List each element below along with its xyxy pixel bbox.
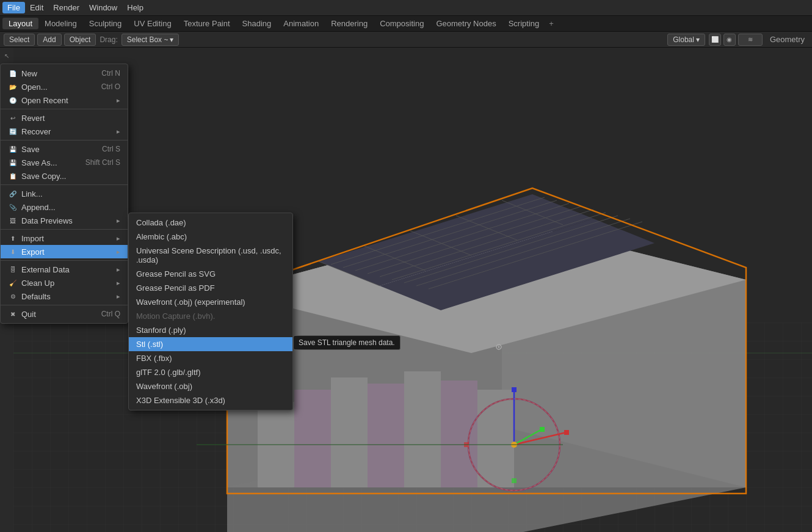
menu-quit[interactable]: ✖ Quit Ctrl Q — [1, 307, 128, 321]
help-menu-item[interactable]: Help — [122, 2, 148, 13]
open-icon: 📂 — [8, 82, 18, 92]
select-box-button[interactable]: Select Box ~ ▾ — [121, 34, 179, 46]
submenu-arrow5: ▸ — [117, 248, 120, 256]
menu-export[interactable]: ⬇ Export ▸ — [1, 245, 128, 258]
object-button[interactable]: Object — [64, 34, 96, 46]
menu-save-as[interactable]: 💾 Save As... Shift Ctrl S — [1, 156, 128, 169]
export-grease-pencil-pdf[interactable]: Grease Pencil as PDF — [129, 281, 292, 295]
tab-rendering[interactable]: Rendering — [325, 18, 374, 29]
tab-texture-paint[interactable]: Texture Paint — [178, 18, 236, 29]
import-icon: ⬆ — [8, 233, 18, 243]
separator5 — [1, 260, 128, 261]
export-wavefront-exp[interactable]: Wavefront (.obj) (experimental) — [129, 295, 292, 309]
export-collada[interactable]: Collada (.dae) — [129, 216, 292, 230]
export-stl[interactable]: Stl (.stl) — [129, 337, 292, 351]
svg-point-45 — [498, 346, 500, 348]
menu-new[interactable]: 📄 New Ctrl N — [1, 67, 128, 80]
svg-rect-36 — [540, 427, 545, 432]
separator3 — [1, 184, 128, 185]
add-button[interactable]: Add — [37, 34, 61, 46]
sidebar-icon-cursor[interactable]: ↖ — [1, 50, 12, 61]
menu-revert[interactable]: ↩ Revert — [1, 111, 128, 125]
submenu-arrow7: ▸ — [117, 279, 120, 287]
recover-icon: 🔄 — [8, 126, 18, 136]
chevron-down-icon: ▾ — [170, 35, 173, 44]
toolbar-right-group: Global ▾ ⬜ ◉ ≋ Geometry — [667, 34, 808, 46]
svg-rect-26 — [368, 384, 404, 487]
quit-icon: ✖ — [8, 309, 18, 319]
edit-menu-item[interactable]: Edit — [25, 2, 48, 13]
svg-rect-41 — [512, 478, 517, 483]
export-gltf[interactable]: glTF 2.0 (.glb/.gltf) — [129, 365, 292, 379]
export-wavefront[interactable]: Wavefront (.obj) — [129, 379, 292, 393]
menu-clean-up[interactable]: 🧹 Clean Up ▸ — [1, 276, 128, 290]
tab-layout[interactable]: Layout — [2, 18, 38, 29]
menu-open-recent[interactable]: 🕐 Open Recent ▸ — [1, 93, 128, 107]
file-menu-dropdown: 📄 New Ctrl N 📂 Open... Ctrl O 🕐 Open Rec… — [0, 64, 128, 324]
viewport-controls: ⬜ ◉ ≋ — [709, 34, 763, 46]
tab-uv-editing[interactable]: UV Editing — [128, 18, 177, 29]
submenu-arrow: ▸ — [117, 97, 120, 104]
file-menu-item[interactable]: File — [2, 2, 25, 13]
global-button[interactable]: Global ▾ — [667, 34, 705, 46]
menu-data-previews[interactable]: 🖼 Data Previews ▸ — [1, 214, 128, 227]
menu-save-copy[interactable]: 📋 Save Copy... — [1, 169, 128, 183]
add-workspace-button[interactable]: + — [545, 18, 557, 29]
svg-rect-24 — [294, 390, 331, 487]
menu-import[interactable]: ⬆ Import ▸ — [1, 231, 128, 245]
tab-scripting[interactable]: Scripting — [502, 18, 546, 29]
render-menu-item[interactable]: Render — [48, 2, 84, 13]
viewport-overlay-btn[interactable]: ≋ — [738, 34, 763, 46]
tab-shading[interactable]: Shading — [236, 18, 278, 29]
export-motion-capture: Motion Capture (.bvh). — [129, 309, 292, 323]
viewport-area: ↖ ✛ ↻ ⤢ ⊞ ✏ 📐 ⬛ 📷 — [0, 48, 812, 532]
geometry-nodes-tab-label[interactable]: Geometry — [766, 34, 808, 45]
export-grease-pencil-svg[interactable]: Grease Pencil as SVG — [129, 267, 292, 281]
top-menubar: File Edit Render Window Help — [0, 0, 812, 16]
select-button[interactable]: Select — [4, 34, 35, 46]
export-icon: ⬇ — [8, 247, 18, 257]
menu-open[interactable]: 📂 Open... Ctrl O — [1, 80, 128, 93]
tab-sculpting[interactable]: Sculpting — [83, 18, 128, 29]
viewport-toolbar: Select Add Object Drag: Select Box ~ ▾ G… — [0, 32, 812, 48]
chevron-down-icon2: ▾ — [696, 35, 700, 44]
recent-icon: 🕐 — [8, 95, 18, 105]
menu-defaults[interactable]: ⚙ Defaults ▸ — [1, 290, 128, 303]
submenu-arrow3: ▸ — [117, 217, 120, 225]
append-icon: 📎 — [8, 202, 18, 212]
save-as-icon: 💾 — [8, 158, 18, 167]
separator1 — [1, 109, 128, 109]
menu-append[interactable]: 📎 Append... — [1, 200, 128, 214]
export-x3d[interactable]: X3D Extensible 3D (.x3d) — [129, 393, 292, 407]
copy-icon: 📋 — [8, 171, 18, 181]
submenu-arrow2: ▸ — [117, 128, 120, 136]
menu-link[interactable]: 🔗 Link... — [1, 187, 128, 200]
export-submenu: Collada (.dae) Alembic (.abc) Universal … — [128, 213, 293, 410]
svg-rect-28 — [441, 381, 477, 487]
export-usd[interactable]: Universal Scene Description (.usd, .usdc… — [129, 244, 292, 267]
menu-save[interactable]: 💾 Save Ctrl S — [1, 142, 128, 156]
tab-geometry-nodes[interactable]: Geometry Nodes — [430, 18, 502, 29]
separator4 — [1, 229, 128, 230]
defaults-icon: ⚙ — [8, 291, 18, 301]
save-icon: 💾 — [8, 144, 18, 154]
global-label: Global — [673, 35, 694, 44]
svg-rect-29 — [477, 390, 514, 487]
viewport-shading-btn2[interactable]: ◉ — [723, 34, 736, 46]
select-box-label: Select Box ~ — [127, 35, 169, 44]
link-icon: 🔗 — [8, 189, 18, 199]
tab-animation[interactable]: Animation — [277, 18, 325, 29]
menu-recover[interactable]: 🔄 Recover ▸ — [1, 125, 128, 138]
export-fbx[interactable]: FBX (.fbx) — [129, 351, 292, 365]
export-stanford[interactable]: Stanford (.ply) — [129, 323, 292, 337]
drag-label: Drag: — [100, 35, 117, 44]
submenu-arrow8: ▸ — [117, 293, 120, 301]
tab-compositing[interactable]: Compositing — [374, 18, 430, 29]
window-menu-item[interactable]: Window — [84, 2, 122, 13]
viewport-shading-btn1[interactable]: ⬜ — [709, 34, 721, 46]
revert-icon: ↩ — [8, 113, 18, 123]
separator6 — [1, 305, 128, 305]
export-alembic[interactable]: Alembic (.abc) — [129, 230, 292, 244]
tab-modeling[interactable]: Modeling — [38, 18, 83, 29]
menu-external-data[interactable]: 🗄 External Data ▸ — [1, 263, 128, 276]
